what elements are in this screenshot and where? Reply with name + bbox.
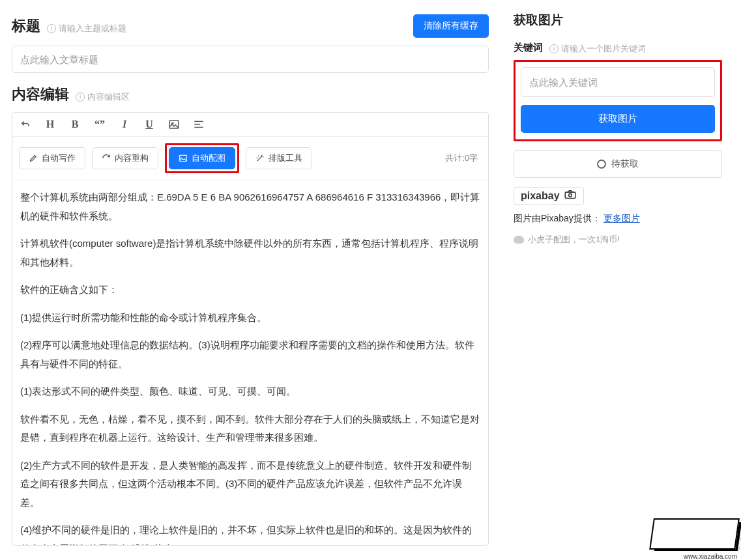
svg-rect-6 — [565, 192, 575, 198]
editor-label: 内容编辑 — [12, 85, 69, 104]
keyword-hint: i 请输入一个图片关键词 — [549, 43, 646, 55]
pending-label: 待获取 — [611, 158, 639, 170]
info-icon: i — [76, 92, 85, 102]
wand-icon — [255, 154, 265, 163]
cloud-icon — [514, 236, 524, 244]
align-left-icon[interactable] — [192, 118, 205, 131]
italic-icon[interactable]: I — [118, 118, 131, 131]
editor-hint: i 内容编辑区 — [76, 91, 130, 103]
keyword-label-row: 关键词 i 请输入一个图片关键词 — [514, 42, 722, 55]
layout-tool-button[interactable]: 排版工具 — [246, 147, 312, 169]
action-toolbar: 自动写作 内容重构 自动配图 — [12, 137, 488, 180]
content-paragraph: (2)生产方式不同的软件是开发，是人类智能的高发挥，而不是传统意义上的硬件制造。… — [20, 456, 480, 512]
more-images-link[interactable]: 更多图片 — [603, 213, 640, 223]
camera-icon — [564, 190, 577, 202]
title-hint: i 请输入主题或标题 — [47, 23, 126, 35]
keyword-input[interactable] — [521, 67, 715, 97]
content-paragraph: 计算机软件(computer software)是指计算机系统中除硬件以外的所有… — [20, 234, 480, 272]
title-label: 标题 — [12, 16, 40, 36]
auto-write-button[interactable]: 自动写作 — [19, 147, 85, 169]
auto-image-button[interactable]: 自动配图 — [169, 147, 235, 169]
keyword-highlight: 获取图片 — [514, 60, 722, 141]
info-icon: i — [549, 44, 559, 53]
content-paragraph: 软件的正确含义如下： — [20, 281, 480, 300]
sidebar: 获取图片 关键词 i 请输入一个图片关键词 获取图片 待获取 pixabay 图… — [502, 0, 730, 560]
content-paragraph: (1)表达形式不同的硬件类型、颜色、味道、可见、可摸、可闻。 — [20, 382, 480, 401]
auto-image-highlight: 自动配图 — [165, 143, 239, 173]
info-icon: i — [47, 24, 56, 33]
bold-icon[interactable]: B — [68, 118, 81, 131]
credit-line: 图片由Pixabay提供： 更多图片 — [514, 213, 722, 225]
pending-status: 待获取 — [514, 150, 722, 178]
editor-content[interactable]: 整个计算机系统由两部分组成：E.69DA 5 E 6 BA 9062616964… — [12, 180, 488, 545]
refresh-icon — [102, 154, 111, 163]
format-toolbar: H B “” I U — [12, 113, 488, 137]
quote-icon[interactable]: “” — [93, 118, 106, 131]
fetch-image-button[interactable]: 获取图片 — [521, 105, 715, 133]
editor-box: H B “” I U 自动写作 — [12, 112, 489, 546]
char-count: 共计:0字 — [445, 152, 482, 164]
content-paragraph: 软件看不见，无色，枯燥，看不见，摸不到，闻不到。软件大部分存在于人们的头脑或纸上… — [20, 410, 480, 447]
article-title-input[interactable] — [12, 46, 489, 73]
image-icon[interactable] — [167, 118, 181, 131]
underline-icon[interactable]: U — [143, 118, 156, 131]
image-plus-icon — [179, 154, 188, 163]
promo-line: 小虎子配图，一次1淘币! — [514, 234, 722, 245]
pixabay-badge: pixabay — [514, 187, 584, 205]
clear-cache-button[interactable]: 清除所有缓存 — [413, 14, 489, 38]
svg-point-7 — [568, 193, 572, 197]
undo-icon[interactable] — [19, 118, 32, 131]
keyword-label: 关键词 — [514, 42, 543, 54]
title-section-header: 标题 i 请输入主题或标题 清除所有缓存 — [12, 14, 489, 38]
sidebar-title: 获取图片 — [514, 12, 722, 29]
content-paragraph: (2)程序可以满意地处理信息的数据结构。(3)说明程序功能要求和程序需要的文档的… — [20, 336, 480, 373]
heading-icon[interactable]: H — [44, 118, 57, 131]
content-paragraph: (4)维护不同的硬件是旧的，理论上软件是旧的，并不坏，但实际上软件也是旧的和坏的… — [20, 521, 480, 545]
editor-section-header: 内容编辑 i 内容编辑区 — [12, 85, 489, 104]
pencil-icon — [29, 154, 38, 163]
pending-circle-icon — [597, 160, 606, 169]
restructure-button[interactable]: 内容重构 — [92, 147, 158, 169]
content-paragraph: (1)提供运行时所需功能和性能的命令或计算机程序集合。 — [20, 309, 480, 328]
content-paragraph: 整个计算机系统由两部分组成：E.69DA 5 E 6 BA 9062616964… — [20, 188, 480, 225]
